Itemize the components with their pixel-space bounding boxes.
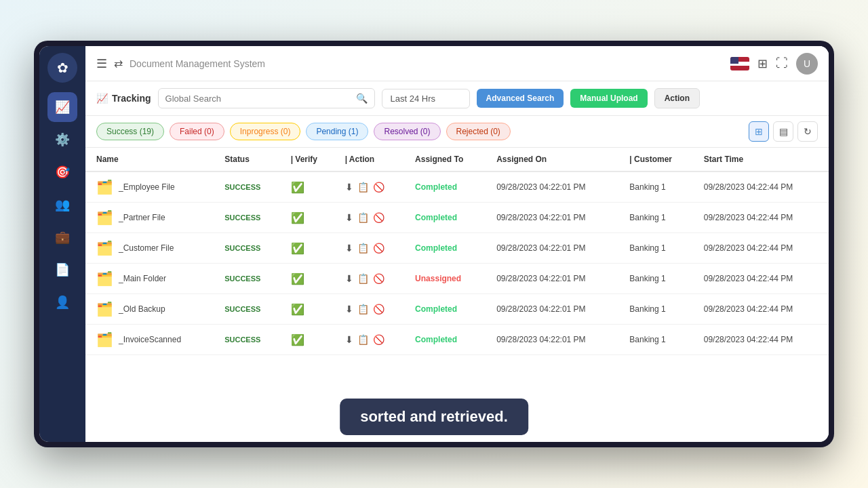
filter-failed[interactable]: Failed (0) xyxy=(170,123,224,140)
filter-success[interactable]: Success (19) xyxy=(96,123,164,140)
filter-resolved-label: Resolved (0) xyxy=(384,127,430,136)
col-start-time: Start Time xyxy=(696,148,829,171)
folder-icon: 🗂️ xyxy=(96,209,113,226)
verify-checkmark: ✅ xyxy=(291,304,304,315)
status-badge: SUCCESS xyxy=(224,183,260,191)
start-time-value: 09/28/2023 04:22:44 PM xyxy=(704,182,793,192)
date-filter[interactable]: Last 24 Hrs xyxy=(382,89,470,108)
assigned-on-value: 09/28/2023 04:22:01 PM xyxy=(496,274,585,283)
sidebar-item-dashboard[interactable]: 📈 xyxy=(47,92,77,122)
search-icon: 🔍 xyxy=(356,93,368,104)
cell-action[interactable]: ⬇ 📋 🚫 xyxy=(337,264,407,294)
cell-start-time: 09/28/2023 04:22:44 PM xyxy=(696,233,829,264)
sidebar-item-settings[interactable]: ⚙️ xyxy=(47,125,77,155)
start-time-value: 09/28/2023 04:22:44 PM xyxy=(704,304,793,314)
assigned-on-value: 09/28/2023 04:22:01 PM xyxy=(496,213,585,222)
filter-inprogress[interactable]: Inprogress (0) xyxy=(230,123,301,140)
avatar[interactable]: U xyxy=(796,53,818,75)
block-icon[interactable]: 🚫 xyxy=(373,304,384,314)
cell-start-time: 09/28/2023 04:22:44 PM xyxy=(696,325,829,355)
col-status: Status xyxy=(216,148,282,171)
cell-customer: Banking 1 xyxy=(621,264,695,294)
cell-action[interactable]: ⬇ 📋 🚫 xyxy=(337,171,407,203)
grid-icon[interactable]: ⊞ xyxy=(757,56,768,71)
file-icon[interactable]: 📋 xyxy=(357,212,369,223)
sidebar-item-documents[interactable]: 📄 xyxy=(47,255,77,285)
app-logo[interactable]: ✿ xyxy=(47,53,77,83)
users-icon: 👥 xyxy=(55,197,70,212)
search-input[interactable] xyxy=(165,94,356,104)
cell-verify: ✅ xyxy=(283,325,337,355)
block-icon[interactable]: 🚫 xyxy=(373,182,384,192)
refresh-icon[interactable]: ⇄ xyxy=(114,57,123,70)
download-icon[interactable]: ⬇ xyxy=(345,334,353,345)
tracking-icon: 📈 xyxy=(96,93,108,104)
verify-checkmark: ✅ xyxy=(291,273,304,285)
fullscreen-icon[interactable]: ⛶ xyxy=(776,56,788,70)
cell-assigned-to: Completed xyxy=(407,294,488,325)
sidebar-item-profile[interactable]: 👤 xyxy=(47,287,77,317)
cell-action[interactable]: ⬇ 📋 🚫 xyxy=(337,233,407,264)
flag-icon[interactable] xyxy=(730,57,749,70)
refresh-view-button[interactable]: ↻ xyxy=(797,121,818,142)
customer-value: Banking 1 xyxy=(629,243,665,253)
sidebar-item-briefcase[interactable]: 💼 xyxy=(47,222,77,252)
cell-status: SUCCESS xyxy=(216,264,282,294)
filter-rejected[interactable]: Rejected (0) xyxy=(446,123,511,140)
download-icon[interactable]: ⬇ xyxy=(345,243,353,253)
cell-customer: Banking 1 xyxy=(621,233,695,264)
folder-icon: 🗂️ xyxy=(96,301,113,317)
sidebar-item-target[interactable]: 🎯 xyxy=(47,157,77,187)
download-icon[interactable]: ⬇ xyxy=(345,273,353,284)
file-name: _Employee File xyxy=(119,182,175,192)
sidebar-item-users[interactable]: 👥 xyxy=(47,190,77,220)
assigned-on-value: 09/28/2023 04:22:01 PM xyxy=(496,182,585,192)
folder-icon: 🗂️ xyxy=(96,179,113,195)
file-icon[interactable]: 📋 xyxy=(357,273,369,284)
cell-name: 🗂️ _Customer File xyxy=(85,233,216,264)
cell-customer: Banking 1 xyxy=(621,294,695,325)
table-view-button[interactable]: ▤ xyxy=(773,121,793,142)
download-icon[interactable]: ⬇ xyxy=(345,212,353,223)
download-icon[interactable]: ⬇ xyxy=(345,182,353,192)
cell-assigned-to: Completed xyxy=(407,325,488,355)
file-icon[interactable]: 📋 xyxy=(357,334,369,345)
cell-assigned-to: Completed xyxy=(407,233,488,264)
file-icon[interactable]: 📋 xyxy=(357,182,369,192)
cell-verify: ✅ xyxy=(283,294,337,325)
block-icon[interactable]: 🚫 xyxy=(373,212,384,223)
assigned-to-value: Completed xyxy=(415,304,457,314)
block-icon[interactable]: 🚫 xyxy=(373,334,384,345)
manual-upload-button[interactable]: Manual Upload xyxy=(570,89,647,108)
filter-resolved[interactable]: Resolved (0) xyxy=(374,123,440,140)
start-time-value: 09/28/2023 04:22:44 PM xyxy=(704,213,793,222)
status-badge: SUCCESS xyxy=(224,244,260,252)
cell-action[interactable]: ⬇ 📋 🚫 xyxy=(337,325,407,355)
start-time-value: 09/28/2023 04:22:44 PM xyxy=(704,335,793,344)
download-icon[interactable]: ⬇ xyxy=(345,304,353,314)
cell-name: 🗂️ _Old Backup xyxy=(85,294,216,325)
search-box[interactable]: 🔍 xyxy=(158,88,375,108)
customer-value: Banking 1 xyxy=(629,304,665,314)
cell-action[interactable]: ⬇ 📋 🚫 xyxy=(337,294,407,325)
block-icon[interactable]: 🚫 xyxy=(373,273,384,284)
date-filter-text: Last 24 Hrs xyxy=(391,94,435,104)
block-icon[interactable]: 🚫 xyxy=(373,243,384,253)
file-icon[interactable]: 📋 xyxy=(357,304,369,314)
cell-assigned-on: 09/28/2023 04:22:01 PM xyxy=(488,203,621,233)
filter-pending-label: Pending (1) xyxy=(316,127,358,136)
col-assigned-to: Assigned To xyxy=(407,148,488,171)
filter-pending[interactable]: Pending (1) xyxy=(306,123,368,140)
file-icon[interactable]: 📋 xyxy=(357,243,369,253)
action-button[interactable]: Action xyxy=(654,88,700,108)
advanced-search-button[interactable]: Advanced Search xyxy=(477,89,564,108)
cell-action[interactable]: ⬇ 📋 🚫 xyxy=(337,203,407,233)
menu-icon[interactable]: ☰ xyxy=(96,56,107,71)
col-assigned-on: Assigned On xyxy=(488,148,621,171)
table-row: 🗂️ _Employee File SUCCESS ✅ ⬇ 📋 🚫 Comple… xyxy=(85,171,829,203)
table-row: 🗂️ _Main Folder SUCCESS ✅ ⬇ 📋 🚫 Unassign… xyxy=(85,264,829,294)
verify-checkmark: ✅ xyxy=(291,212,304,224)
view-controls: ⊞ ▤ ↻ xyxy=(749,121,818,142)
customer-value: Banking 1 xyxy=(629,182,665,192)
grid-view-button[interactable]: ⊞ xyxy=(749,121,769,142)
